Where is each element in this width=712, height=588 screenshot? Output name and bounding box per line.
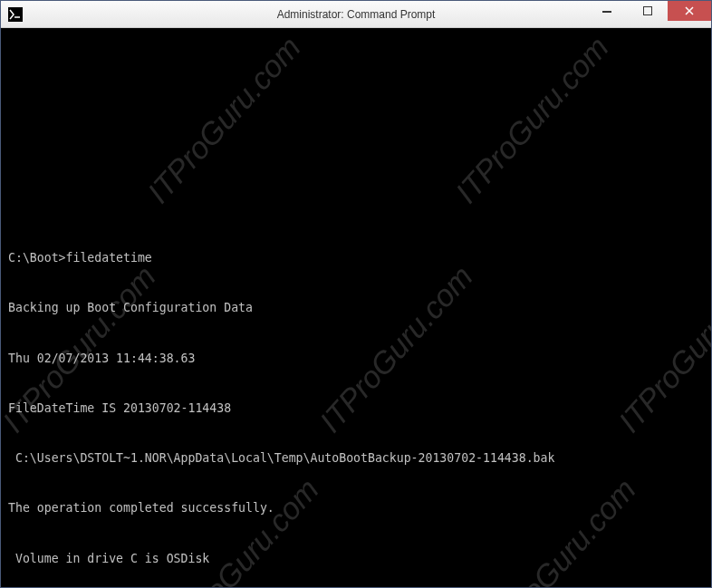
output-line: C:\Users\DSTOLT~1.NOR\AppData\Local\Temp… [8,450,704,467]
terminal-area[interactable]: ITProGuru.com ITProGuru.com ITProGuru.co… [1,28,711,587]
maximize-icon [643,6,652,15]
svg-rect-1 [602,11,611,13]
cmd-window: Administrator: Command Prompt ITProGuru.… [0,0,712,588]
output-line: The operation completed successfully. [8,500,704,516]
minimize-icon [602,6,611,15]
watermark: ITProGuru.com [483,478,636,587]
close-button[interactable] [668,1,711,21]
svg-rect-2 [643,7,651,15]
window-controls [586,1,711,21]
output-line: FileDateTime IS 20130702-114438 [8,400,704,417]
minimize-button[interactable] [586,1,627,21]
output-line: Backing up Boot Configuration Data [8,300,704,316]
prompt: C:\Boot> [8,251,66,265]
watermark: ITProGuru.com [148,36,301,204]
svg-rect-0 [8,7,23,22]
cmd-icon [8,7,23,22]
terminal-line [8,200,704,217]
output-line: Thu 02/07/2013 11:44:38.63 [8,351,704,367]
close-icon [685,6,694,15]
output-line: Volume in drive C is OSDisk [8,551,704,567]
title-bar[interactable]: Administrator: Command Prompt [1,1,711,28]
prompt-line: C:\Boot>filedatetime [8,250,704,266]
maximize-button[interactable] [627,1,668,21]
watermark: ITProGuru.com [166,478,319,587]
command-input: filedatetime [66,251,152,265]
watermark: ITProGuru.com [456,36,609,204]
